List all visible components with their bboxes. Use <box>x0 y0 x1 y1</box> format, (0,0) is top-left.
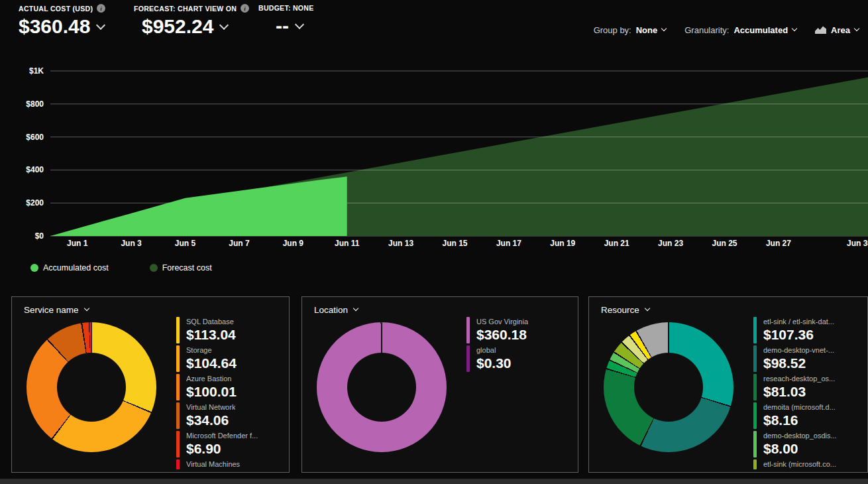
legend-value: $98.52 <box>763 355 834 371</box>
donut-legend: US Gov Virginia$360.18global$0.30 <box>466 317 575 374</box>
donut-legend-row: etl-sink (microsoft.co... <box>753 459 862 469</box>
chevron-down-icon <box>645 306 650 311</box>
x-axis-label: Jun 3 <box>121 239 142 248</box>
x-axis-label: Jun 5 <box>175 239 196 248</box>
donut-legend-row: Virtual Network$34.06 <box>176 402 285 429</box>
x-axis-label: Jun 11 <box>335 239 360 248</box>
donut-legend-row: demo-desktop_osdis...$8.00 <box>753 431 862 457</box>
donut-hole <box>57 353 126 422</box>
donut-legend-row: Virtual Machines <box>176 459 285 469</box>
metric-actual-cost: ACTUAL COST (USD) i $360.48 <box>19 4 105 38</box>
donut-legend-row: Microsoft Defender f...$6.90 <box>176 431 285 457</box>
chart-type-control[interactable]: Area <box>815 25 859 35</box>
x-axis-label: Jun 23 <box>658 239 683 248</box>
accumulated-cost-legend-label: Accumulated cost <box>43 263 109 272</box>
resource-donut <box>604 322 733 452</box>
y-axis-label: $600 <box>26 133 44 142</box>
chevron-down-icon <box>353 306 358 311</box>
group-by-label: Group by: <box>594 25 631 35</box>
forecast-cost-legend-label: Forecast cost <box>162 263 212 272</box>
donut-legend-row: Storage$104.64 <box>176 345 285 372</box>
legend-swatch <box>753 431 757 457</box>
panel-title: Resource <box>601 305 639 315</box>
legend-swatch <box>176 374 180 400</box>
legend-label: reseach-desktop_os... <box>763 374 835 383</box>
donut-hole <box>634 353 703 422</box>
legend-label: Virtual Network <box>186 402 235 412</box>
legend-value: $113.04 <box>186 326 236 343</box>
forecast-cost-swatch <box>150 264 158 272</box>
legend-label: SQL Database <box>186 317 236 326</box>
chevron-down-icon <box>83 306 89 311</box>
legend-label: etl-sink / etl-sink-dat... <box>763 317 834 326</box>
chevron-down-icon <box>854 26 859 31</box>
panel-title-dropdown[interactable]: Resource <box>601 305 649 315</box>
x-axis-label: Jun 19 <box>550 239 575 248</box>
panel-title-dropdown[interactable]: Service name <box>24 305 89 315</box>
legend-value: $81.03 <box>763 383 835 400</box>
legend-swatch <box>176 345 180 372</box>
legend-value: $100.01 <box>186 383 237 400</box>
actual-cost-value: $360.48 <box>19 15 90 38</box>
service-name-donut <box>27 322 156 452</box>
group-by-value: None <box>636 25 658 35</box>
legend-label: demo-desktop-vnet-... <box>763 345 834 355</box>
legend-value: $107.36 <box>763 326 834 343</box>
actual-cost-value-dropdown[interactable]: $360.48 <box>19 15 105 38</box>
legend-label: Azure Bastion <box>186 374 237 383</box>
x-axis-label: Jun 21 <box>604 239 629 248</box>
panel-title-dropdown[interactable]: Location <box>314 305 358 315</box>
metric-budget: BUDGET: NONE -- <box>258 4 314 37</box>
legend-swatch <box>753 317 757 343</box>
x-axis-label: Jun 17 <box>496 239 521 248</box>
x-axis-label: Jun 27 <box>766 239 791 248</box>
legend-swatch <box>176 431 180 457</box>
forecast-label: FORECAST: CHART VIEW ON <box>134 5 237 13</box>
panel-resource: Resourceetl-sink / etl-sink-dat...$107.3… <box>588 296 868 473</box>
main-chart-legend: Accumulated cost Forecast cost <box>30 263 212 272</box>
legend-swatch <box>753 402 757 429</box>
legend-value: $8.00 <box>763 440 837 457</box>
info-icon[interactable]: i <box>241 4 249 13</box>
budget-value: -- <box>276 15 289 37</box>
budget-label: BUDGET: NONE <box>258 4 314 12</box>
chevron-down-icon <box>295 19 304 29</box>
donut-hole <box>347 353 416 422</box>
legend-value: $8.16 <box>763 412 836 428</box>
group-by-control[interactable]: Group by: None <box>594 25 667 35</box>
donut-legend-row: demo-desktop-vnet-...$98.52 <box>753 345 862 372</box>
legend-swatch <box>176 402 180 429</box>
donut-legend-row: Azure Bastion$100.01 <box>176 374 285 400</box>
granularity-control[interactable]: Granularity: Accumulated <box>684 25 796 35</box>
accumulated-cost-area <box>50 176 347 236</box>
legend-value: $6.90 <box>186 440 258 457</box>
legend-swatch <box>753 459 757 469</box>
actual-cost-label: ACTUAL COST (USD) <box>19 5 93 13</box>
legend-label: US Gov Virginia <box>476 317 528 326</box>
legend-swatch <box>753 374 757 400</box>
horizontal-scrollbar-track[interactable] <box>0 479 868 484</box>
chevron-down-icon <box>219 20 229 29</box>
chevron-down-icon <box>96 20 105 29</box>
legend-forecast-cost[interactable]: Forecast cost <box>150 263 212 272</box>
location-donut <box>317 322 447 452</box>
y-axis-label: $1K <box>29 66 44 76</box>
granularity-label: Granularity: <box>684 25 729 35</box>
donut-legend-row: SQL Database$113.04 <box>176 317 285 343</box>
legend-label: global <box>476 345 512 355</box>
legend-label: etl-sink (microsoft.co... <box>763 459 836 469</box>
donut-legend-row: global$0.30 <box>466 345 575 372</box>
chart-controls: Group by: None Granularity: Accumulated … <box>594 25 859 35</box>
legend-accumulated-cost[interactable]: Accumulated cost <box>30 263 109 272</box>
legend-value: $104.64 <box>186 355 237 371</box>
legend-label: Microsoft Defender f... <box>186 431 258 440</box>
x-axis-label: Jun 9 <box>283 239 304 248</box>
chevron-down-icon <box>661 26 667 31</box>
forecast-value-dropdown[interactable]: $952.24 <box>142 15 249 38</box>
x-axis-label: Jun 15 <box>442 239 467 248</box>
budget-value-dropdown[interactable]: -- <box>276 15 314 37</box>
forecast-value: $952.24 <box>142 15 213 38</box>
y-axis-label: $800 <box>26 99 44 109</box>
info-icon[interactable]: i <box>97 4 105 13</box>
y-axis-label: $200 <box>26 198 44 208</box>
